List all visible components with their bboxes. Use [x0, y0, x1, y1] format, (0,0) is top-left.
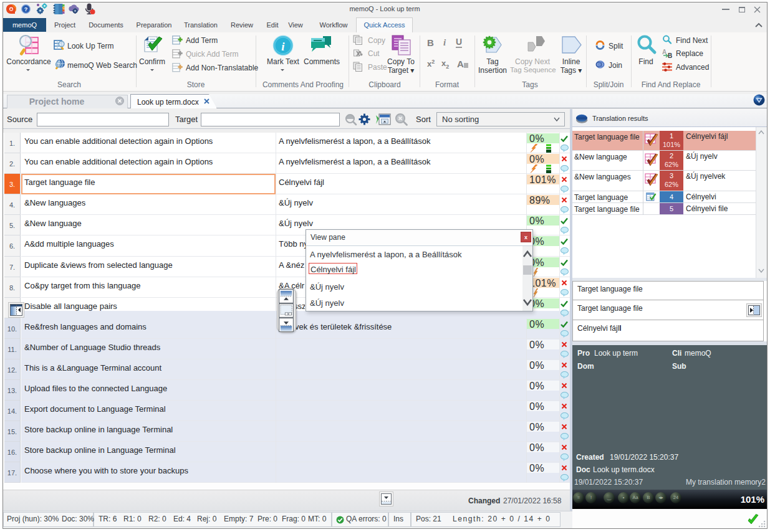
svg-text:?: ?: [24, 6, 28, 12]
svg-text:B: B: [668, 52, 672, 59]
svg-text:i: i: [281, 40, 285, 53]
